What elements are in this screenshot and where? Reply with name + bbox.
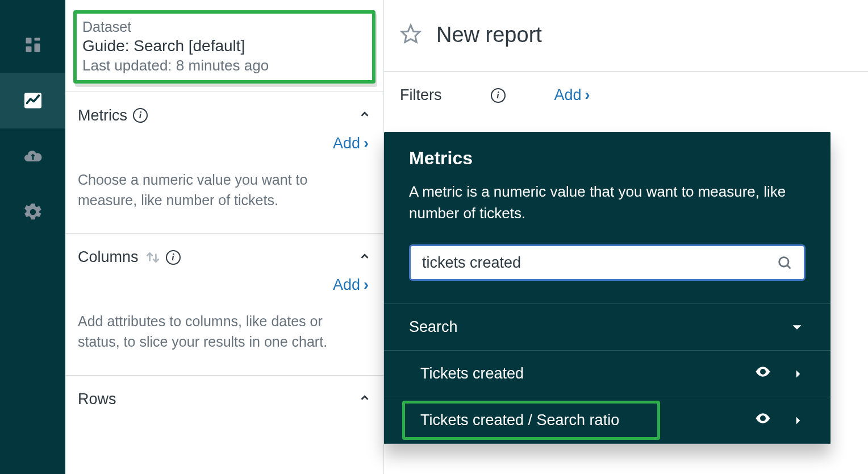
dataset-selector[interactable]: Dataset Guide: Search [default] Last upd… bbox=[73, 10, 375, 84]
nav-item-reports[interactable] bbox=[0, 73, 65, 128]
report-header: New report bbox=[384, 0, 868, 72]
add-column-link[interactable]: Add› bbox=[78, 276, 371, 294]
dashboard-icon bbox=[23, 36, 43, 53]
main-area: New report Filters i Add› Metrics A metr… bbox=[384, 0, 868, 474]
add-label: Add bbox=[333, 135, 360, 152]
svg-rect-3 bbox=[34, 44, 40, 52]
add-label: Add bbox=[333, 276, 360, 293]
report-title[interactable]: New report bbox=[436, 23, 542, 47]
info-icon[interactable]: i bbox=[166, 250, 181, 265]
metrics-description: Choose a numeric value you want to measu… bbox=[78, 169, 362, 211]
info-icon[interactable]: i bbox=[491, 88, 506, 103]
eye-icon[interactable] bbox=[754, 363, 771, 384]
metric-search-input[interactable] bbox=[422, 254, 777, 272]
svg-point-8 bbox=[762, 371, 765, 373]
chevron-up-icon bbox=[358, 108, 371, 123]
search-icon bbox=[777, 255, 792, 271]
chevron-up-icon bbox=[358, 392, 371, 406]
add-filter-link[interactable]: Add› bbox=[554, 86, 592, 104]
popover-title: Metrics bbox=[409, 148, 806, 169]
svg-line-7 bbox=[787, 266, 790, 269]
eye-icon[interactable] bbox=[754, 410, 771, 431]
dataset-updated: Last updated: 8 minutes ago bbox=[82, 57, 366, 74]
gear-icon bbox=[23, 202, 43, 222]
dataset-title: Guide: Search [default] bbox=[82, 36, 366, 56]
metric-item-tickets-created[interactable]: Tickets created bbox=[384, 351, 831, 397]
svg-rect-1 bbox=[34, 38, 40, 41]
chevron-up-icon bbox=[358, 250, 371, 265]
add-metric-link[interactable]: Add› bbox=[78, 135, 371, 152]
group-label: Search bbox=[409, 318, 458, 336]
dataset-label: Dataset bbox=[82, 18, 366, 36]
popover-description: A metric is a numeric value that you wan… bbox=[409, 181, 806, 224]
section-title: Metrics bbox=[78, 107, 127, 124]
section-columns: Columns i Add› Add attributes to columns… bbox=[65, 233, 383, 375]
section-metrics: Metrics i Add› Choose a numeric value yo… bbox=[65, 92, 383, 234]
nav-rail bbox=[0, 0, 65, 474]
nav-item-settings[interactable] bbox=[0, 184, 65, 240]
section-title: Rows bbox=[78, 390, 116, 408]
columns-description: Add attributes to columns, like dates or… bbox=[78, 311, 362, 352]
svg-rect-0 bbox=[26, 38, 31, 44]
section-title: Columns bbox=[78, 248, 139, 266]
nav-item-upload[interactable] bbox=[0, 128, 65, 184]
filters-row: Filters i Add› bbox=[384, 72, 868, 119]
metric-item-tickets-created-search-ratio[interactable]: Tickets created / Search ratio bbox=[384, 397, 831, 444]
swap-icon[interactable] bbox=[145, 250, 160, 265]
metrics-popover: Metrics A metric is a numeric value that… bbox=[384, 132, 831, 444]
chevron-down-icon bbox=[788, 319, 806, 336]
svg-point-9 bbox=[762, 417, 765, 420]
chart-icon bbox=[23, 90, 43, 111]
metric-item-label: Tickets created bbox=[420, 365, 524, 382]
section-header-metrics[interactable]: Metrics i bbox=[78, 100, 371, 135]
section-rows: Rows bbox=[65, 375, 383, 418]
filters-label: Filters bbox=[400, 86, 442, 104]
favorite-star-icon[interactable] bbox=[400, 23, 422, 47]
add-label: Add bbox=[554, 86, 582, 103]
chevron-right-icon bbox=[791, 367, 806, 381]
nav-item-dashboard[interactable] bbox=[0, 17, 65, 73]
chevron-right-icon bbox=[791, 413, 806, 428]
config-panel: Dataset Guide: Search [default] Last upd… bbox=[65, 0, 384, 474]
section-header-columns[interactable]: Columns i bbox=[78, 242, 371, 276]
metric-results: Search Tickets created Tickets created /… bbox=[384, 303, 831, 444]
metric-group-search[interactable]: Search bbox=[384, 304, 831, 351]
section-header-rows[interactable]: Rows bbox=[78, 384, 371, 418]
cloud-upload-icon bbox=[23, 146, 43, 167]
metric-item-label: Tickets created / Search ratio bbox=[420, 411, 619, 429]
metric-search-box[interactable] bbox=[409, 244, 806, 281]
svg-marker-5 bbox=[402, 25, 420, 42]
svg-point-6 bbox=[779, 257, 788, 267]
svg-rect-2 bbox=[26, 47, 31, 52]
info-icon[interactable]: i bbox=[133, 108, 148, 123]
